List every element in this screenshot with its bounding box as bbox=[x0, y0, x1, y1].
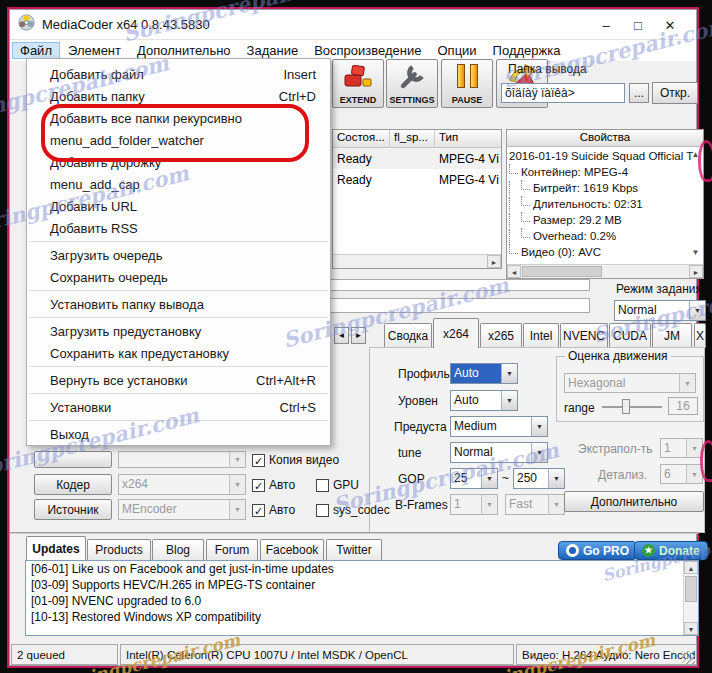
tab-products[interactable]: Products bbox=[87, 539, 151, 560]
menu-item-element[interactable]: Элемент bbox=[60, 42, 129, 59]
resize-grip[interactable] bbox=[682, 651, 695, 664]
profile-select[interactable]: Auto ▼ bbox=[450, 363, 518, 384]
extend-button[interactable]: EXTEND bbox=[332, 59, 384, 108]
tab-x264[interactable]: x264 bbox=[433, 318, 479, 348]
tab-x265[interactable]: x265 bbox=[480, 323, 522, 348]
menu-item-set-output-folder[interactable]: Установить папку вывода bbox=[27, 293, 330, 315]
menu-item-save-as-preset[interactable]: Сохранить как предустановку bbox=[27, 342, 330, 364]
news-item[interactable]: [10-13] Restored Windows XP compatibilit… bbox=[26, 609, 698, 625]
menu-item-add-folder[interactable]: Добавить папкуCtrl+D bbox=[27, 85, 330, 107]
menu-item-add-rss[interactable]: Добавить RSS bbox=[27, 217, 330, 239]
format-button[interactable] bbox=[34, 451, 112, 468]
source-select[interactable]: MEncoder ▼ bbox=[118, 499, 246, 520]
menu-item-exit[interactable]: Выход bbox=[27, 423, 330, 445]
scroll-left-icon[interactable]: ◄ bbox=[507, 265, 521, 278]
menu-advanced[interactable]: Дополнительно bbox=[129, 42, 239, 59]
menu-file[interactable]: Файл bbox=[12, 42, 60, 59]
tab-updates[interactable]: Updates bbox=[26, 536, 86, 560]
news-item[interactable]: [06-01] Like us on Facebook and get just… bbox=[26, 561, 698, 577]
gop-min-select[interactable]: 25 ▼ bbox=[450, 468, 498, 489]
go-pro-button[interactable]: Go PRO bbox=[558, 541, 637, 560]
scroll-thumb[interactable] bbox=[685, 576, 697, 602]
tabs-scroll-left-icon[interactable]: ◄ bbox=[334, 327, 349, 344]
extrapolate-select[interactable]: 1 ▼ bbox=[660, 438, 703, 458]
scroll-thumb[interactable] bbox=[522, 266, 602, 277]
queue-hscrollbar[interactable]: ► bbox=[333, 254, 501, 268]
scroll-down-icon[interactable]: ▼ bbox=[689, 248, 702, 257]
range-slider[interactable] bbox=[602, 399, 662, 414]
menu-item-add-file[interactable]: Добавить файлInsert bbox=[27, 63, 330, 85]
tree-item-bitrate[interactable]: Битрейт: 1619 Kbps bbox=[509, 180, 701, 196]
slider-thumb[interactable] bbox=[622, 399, 630, 414]
advanced-button[interactable]: Дополнительно bbox=[564, 491, 704, 512]
format-select[interactable]: ▼ bbox=[118, 451, 246, 468]
news-item[interactable]: [03-09] Supports HEVC/H.265 in MPEG-TS c… bbox=[26, 577, 698, 593]
scroll-up-icon[interactable]: ▲ bbox=[689, 150, 702, 159]
menu-item-settings[interactable]: УстановкиCtrl+S bbox=[27, 396, 330, 418]
scroll-up-icon[interactable]: ▲ bbox=[684, 561, 698, 574]
coder-button[interactable]: Кодер bbox=[34, 474, 112, 495]
bframes-count-select[interactable]: 1 ▼ bbox=[450, 494, 498, 515]
sys-codec-checkbox[interactable]: sys_codec bbox=[316, 503, 390, 517]
coder-select[interactable]: x264 ▼ bbox=[118, 474, 246, 495]
preset-select[interactable]: Medium ▼ bbox=[450, 416, 548, 437]
source-button[interactable]: Источник bbox=[34, 499, 112, 520]
menu-item-load-preset[interactable]: Загрузить предустановку bbox=[27, 320, 330, 342]
tab-clipped[interactable]: X bbox=[694, 323, 706, 348]
level-select[interactable]: Auto ▼ bbox=[450, 390, 518, 411]
open-folder-button[interactable]: Откр. bbox=[652, 82, 698, 104]
properties-header[interactable]: Свойства bbox=[507, 130, 703, 147]
close-button[interactable]: ✕ bbox=[654, 18, 686, 33]
column-flsp[interactable]: fl_sp... bbox=[390, 130, 435, 147]
menu-playback[interactable]: Воспроизведение bbox=[306, 42, 429, 59]
menu-item-save-queue[interactable]: Сохранить очередь bbox=[27, 266, 330, 288]
tree-item-overhead[interactable]: Overhead: 0.2% bbox=[509, 228, 701, 244]
news-vscrollbar[interactable]: ▲ ▼ bbox=[683, 561, 698, 635]
motion-select[interactable]: Hexagonal ▼ bbox=[564, 373, 696, 393]
detail-select[interactable]: 6 ▼ bbox=[660, 464, 703, 484]
menu-item-load-queue[interactable]: Загрузить очередь bbox=[27, 244, 330, 266]
tab-jm[interactable]: JM bbox=[652, 323, 692, 348]
menu-options[interactable]: Опции bbox=[429, 42, 484, 59]
menu-task[interactable]: Задание bbox=[239, 42, 307, 59]
source-auto-checkbox[interactable]: ✓ Авто bbox=[252, 503, 295, 517]
tree-item-duration[interactable]: Длительность: 02:31 bbox=[509, 196, 701, 212]
menu-item-add-url[interactable]: Добавить URL bbox=[27, 195, 330, 217]
tree-item-video[interactable]: Видео (0): AVC bbox=[509, 244, 701, 260]
gpu-checkbox[interactable]: GPU bbox=[316, 478, 359, 492]
menu-item-add-folders-recursive[interactable]: Добавить все папки рекурсивно bbox=[27, 107, 330, 129]
tab-twitter[interactable]: Twitter bbox=[326, 539, 382, 560]
tabs-scroll-right-icon[interactable]: ► bbox=[351, 327, 366, 344]
tab-forum[interactable]: Forum bbox=[206, 539, 258, 560]
menu-support[interactable]: Поддержка bbox=[485, 42, 569, 59]
pause-button[interactable]: PAUSE bbox=[441, 59, 493, 108]
menu-item-add-folder-watcher[interactable]: menu_add_folder_watcher bbox=[27, 129, 330, 151]
queue-row[interactable]: Ready MPEG-4 Vi bbox=[333, 148, 501, 169]
copy-video-checkbox[interactable]: ✓ Копия видео bbox=[252, 453, 339, 467]
properties-hscrollbar[interactable]: ◄ ► bbox=[507, 264, 703, 278]
settings-button[interactable]: SETTINGS bbox=[386, 59, 438, 108]
tab-summary[interactable]: Сводка bbox=[384, 323, 432, 348]
column-type[interactable]: Тип bbox=[435, 130, 501, 147]
tree-item-title[interactable]: 2016-01-19 Suicide Squad Official T bbox=[509, 148, 701, 164]
tab-facebook[interactable]: Facebook bbox=[260, 539, 324, 560]
bframes-mode-select[interactable]: Fast ▼ bbox=[505, 494, 565, 515]
browse-button[interactable]: ... bbox=[629, 83, 649, 103]
menu-item-add-cap[interactable]: menu_add_cap bbox=[27, 173, 330, 195]
tab-cuda[interactable]: CUDA bbox=[609, 323, 651, 348]
gop-max-select[interactable]: 250 ▼ bbox=[513, 468, 565, 489]
menu-item-revert-settings[interactable]: Вернуть все установкиCtrl+Alt+R bbox=[27, 369, 330, 391]
maximize-button[interactable]: □ bbox=[622, 18, 654, 33]
tree-item-container[interactable]: Контейнер: MPEG-4 bbox=[509, 164, 701, 180]
menu-item-add-track[interactable]: Добавить дорожку bbox=[27, 151, 330, 173]
tab-nvenc[interactable]: NVENC bbox=[560, 323, 608, 348]
queue-row[interactable]: Ready MPEG-4 Vi bbox=[333, 169, 501, 190]
news-item[interactable]: [01-09] NVENC upgraded to 6.0 bbox=[26, 593, 698, 609]
tree-item-size[interactable]: Размер: 29.2 MB bbox=[509, 212, 701, 228]
tab-blog[interactable]: Blog bbox=[152, 539, 204, 560]
tab-intel[interactable]: Intel bbox=[523, 323, 559, 348]
task-mode-select[interactable]: Normal ▼ bbox=[614, 300, 706, 321]
range-value-box[interactable]: 16 bbox=[668, 397, 698, 415]
output-folder-input[interactable] bbox=[501, 83, 625, 103]
coder-auto-checkbox[interactable]: ✓ Авто bbox=[252, 478, 295, 492]
